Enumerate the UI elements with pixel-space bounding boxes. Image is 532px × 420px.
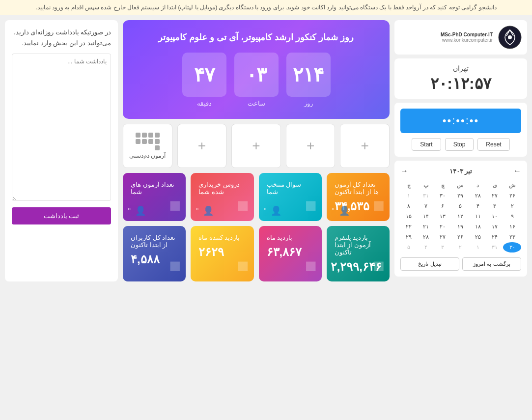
start-button[interactable]: Start — [412, 138, 441, 151]
stat-card-0[interactable]: تعداد کل آزمون ها از ابتدا تاکنون ۳۴,۵۳۵… — [327, 173, 390, 221]
calendar-day[interactable]: ۸ — [400, 201, 418, 211]
time-display: ۲۰:۱۲:۵۷ — [400, 74, 521, 93]
notes-save-button[interactable]: ثبت یادداشت — [12, 207, 111, 224]
calendar-day[interactable]: ۲۸ — [469, 191, 486, 201]
calendar-day[interactable]: ۵ — [451, 201, 470, 211]
calendar-day[interactable]: ۲ — [503, 201, 521, 211]
stop-button[interactable]: Stop — [445, 138, 474, 151]
stat-bg-icon: ■ — [373, 194, 385, 216]
shortcut-1[interactable]: + — [340, 124, 390, 168]
azmon-label: آزمون دم‌دستی — [129, 152, 166, 159]
calendar-day[interactable]: ۴ — [469, 201, 486, 211]
calendar-day[interactable]: ۶ — [434, 201, 451, 211]
plus-icon-3: + — [252, 138, 260, 154]
calendar-day[interactable]: ۳ — [434, 242, 451, 252]
calendar-day[interactable]: ۲۶ — [451, 232, 470, 242]
logo-box: MSc-PhD Computer-IT www.konkurcomputer.i… — [394, 20, 527, 55]
stat-card-row2-2[interactable]: بازدید کننده ماه ۲۶۲۹ ■ — [191, 226, 253, 281]
calendar-day[interactable]: ۲۴ — [486, 232, 504, 242]
calendar-day[interactable]: ۲۷ — [486, 191, 504, 201]
stats-row-2: بازدید پلتفرم آزمون از ابتدا تاکنون ۲,۲۹… — [123, 226, 390, 281]
calendar-day[interactable]: ۱۷ — [486, 222, 504, 232]
calendar-day[interactable]: ۱۹ — [451, 222, 470, 232]
azmon-dot — [136, 133, 140, 138]
calendar-day[interactable]: ۲۹ — [451, 191, 470, 201]
calendar-day[interactable]: ۲ — [451, 242, 470, 252]
stat-count: 👤 ° — [196, 205, 214, 216]
calendar-day[interactable]: ۱۲ — [451, 211, 470, 222]
stat-card-3[interactable]: تعداد آزمون های شما ■ 👤 ° — [123, 173, 186, 221]
plus-icon-2: + — [307, 138, 314, 154]
calendar-prev[interactable]: ← — [513, 167, 521, 175]
shortcut-4[interactable]: + — [177, 124, 227, 168]
calendar-day[interactable]: ۳۱ — [486, 242, 504, 252]
stat-card-1[interactable]: سوال منتخب شما ■ 👤 ° — [259, 173, 322, 221]
svg-point-1 — [508, 35, 512, 39]
city-name: تهران — [400, 64, 521, 72]
calendar-day[interactable]: ۱۳ — [434, 211, 451, 222]
calendar-day[interactable]: ۲۳ — [503, 232, 521, 242]
countdown-minutes-label: دقیقه — [197, 100, 212, 107]
calendar-day[interactable]: ۳ — [486, 201, 504, 211]
calendar-day[interactable]: ۲۸ — [418, 232, 435, 242]
timer-display: ••:••:•• — [400, 109, 521, 133]
calendar-day[interactable]: ۴ — [418, 242, 435, 252]
calendar-day[interactable]: ۱۰ — [486, 211, 504, 222]
stat-card-row2-0[interactable]: بازدید پلتفرم آزمون از ابتدا تاکنون ۲,۲۹… — [327, 226, 390, 281]
left-panel: MSc-PhD Computer-IT www.konkurcomputer.i… — [394, 20, 527, 281]
convert-date-button[interactable]: تبدیل تاریخ — [400, 257, 459, 271]
calendar-next[interactable]: → — [400, 167, 408, 175]
day-s: س — [451, 180, 470, 191]
calendar-day[interactable]: ۱۸ — [469, 222, 486, 232]
calendar-day[interactable]: ۳۱ — [418, 191, 435, 201]
calendar-day[interactable]: ۹ — [503, 211, 521, 222]
shortcut-3[interactable]: + — [231, 124, 281, 168]
calendar-day[interactable]: ۲۵ — [469, 232, 486, 242]
azmon-dot — [142, 133, 147, 138]
calendar-day[interactable]: ۵ — [400, 242, 418, 252]
today-button[interactable]: برگشت به امروز — [462, 257, 521, 271]
calendar-day[interactable]: ۳۰ — [503, 242, 521, 252]
top-banner: دانشجو گرامی توجه کنید که در آرواحد فقط … — [0, 0, 532, 15]
shortcut-2[interactable]: + — [286, 124, 336, 168]
logo-icon — [498, 25, 522, 50]
reset-button[interactable]: Reset — [477, 138, 509, 151]
calendar-day[interactable]: ۱۱ — [469, 211, 486, 222]
countdown-minutes: ۴۷ دقیقه — [182, 53, 226, 107]
stats-row-1: تعداد کل آزمون ها از ابتدا تاکنون ۳۴,۵۳۵… — [123, 173, 390, 221]
calendar-day[interactable]: ۱۶ — [503, 222, 521, 232]
calendar-day[interactable]: ۲۶ — [503, 191, 521, 201]
calendar-row: ۲۳۲۴۲۵۲۶۲۷۲۸۲۹ — [400, 232, 521, 242]
calendar-day[interactable]: ۲۹ — [400, 232, 418, 242]
shortcut-azmon[interactable]: آزمون دم‌دستی — [123, 124, 172, 168]
calendar-day[interactable]: ۲۰ — [434, 222, 451, 232]
calendar-row: ۳۰۳۱۱۲۳۴۵ — [400, 242, 521, 252]
calendar-box: ← تیر ۱۴۰۳ → ش ی د س چ پ ج ۲۶ — [394, 161, 527, 277]
calendar-day[interactable]: ۲۲ — [400, 222, 418, 232]
countdown-hours-value: ۰۳ — [234, 53, 279, 97]
calendar-day[interactable]: ۱۴ — [418, 211, 435, 222]
notes-textarea[interactable] — [12, 54, 111, 201]
stat-card-2[interactable]: دروس خریداری شده شما ■ 👤 ° — [191, 173, 253, 221]
calendar-day[interactable]: ۱ — [469, 242, 486, 252]
calendar-day[interactable]: ۲۷ — [434, 232, 451, 242]
countdown-days-label: روز — [304, 100, 313, 107]
calendar-day[interactable]: ۱ — [400, 191, 418, 201]
countdown-title: روز شمار کنکور ارشد کامپیوتر، آی تی و عل… — [131, 32, 382, 43]
stat-bg-icon: ■ — [237, 194, 249, 216]
day-y: ی — [486, 180, 504, 191]
stat-card-row2-3[interactable]: تعداد کل کاربران از ابتدا تاکنون ۴,۵۸۸ ■ — [123, 226, 186, 281]
calendar-day[interactable]: ۱۵ — [400, 211, 418, 222]
azmon-dot — [155, 133, 160, 138]
calendar-day[interactable]: ۲۱ — [418, 222, 435, 232]
calendar-day[interactable]: ۳۰ — [434, 191, 451, 201]
stat-bg-icon: ■ — [305, 194, 317, 216]
azmon-dot — [155, 145, 160, 150]
stat-bg-icon: ■ — [237, 254, 249, 277]
stat-card-row2-1[interactable]: بازدید ماه ۶۳,۸۶۷ ■ — [259, 226, 322, 281]
azmon-dot — [148, 139, 153, 144]
calendar-grid: ش ی د س چ پ ج ۲۶۲۷۲۸۲۹۳۰۳۱۱۲۳۴۵۶۷۸۹۱۰۱۱۱… — [400, 180, 521, 252]
stat-title: تعداد کل کاربران از ابتدا تاکنون — [131, 234, 178, 249]
calendar-day[interactable]: ۷ — [418, 201, 435, 211]
stat-count: 👤 ° — [264, 205, 282, 216]
